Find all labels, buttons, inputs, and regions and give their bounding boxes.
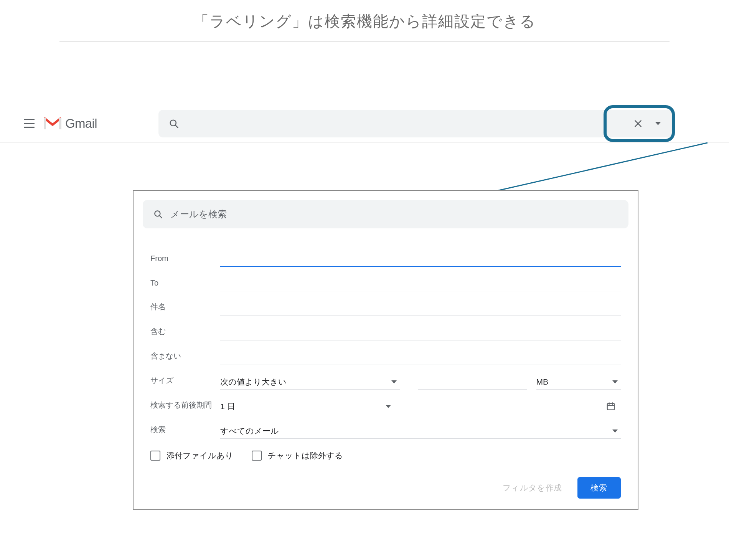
search-in-value: すべてのメール — [220, 426, 279, 436]
checkbox-icon — [252, 451, 262, 461]
caption-divider — [59, 41, 670, 41]
create-filter-button[interactable]: フィルタを作成 — [503, 482, 562, 493]
search-icon[interactable] — [164, 114, 184, 134]
date-range-select[interactable]: 1 日 — [220, 399, 394, 414]
size-comparator-select[interactable]: 次の値より大きい — [220, 374, 400, 390]
includes-label: 含む — [150, 326, 220, 340]
chevron-down-icon — [391, 380, 397, 383]
svg-line-8 — [160, 216, 162, 218]
from-input[interactable] — [220, 251, 621, 267]
to-label: To — [150, 279, 220, 291]
page-caption: 「ラベリング」は検索機能から詳細設定できる — [0, 0, 729, 41]
popup-search-placeholder: メールを検索 — [170, 208, 227, 220]
size-unit-value: MB — [536, 377, 549, 387]
size-comparator-value: 次の値より大きい — [220, 377, 287, 387]
chevron-down-icon — [386, 405, 391, 408]
excludes-label: 含まない — [150, 351, 220, 365]
svg-line-3 — [175, 125, 178, 127]
gmail-logo[interactable]: Gmail — [44, 116, 97, 131]
search-icon[interactable] — [150, 206, 167, 223]
gmail-logo-text: Gmail — [65, 116, 97, 131]
search-input[interactable] — [184, 118, 629, 129]
size-unit-select[interactable]: MB — [536, 374, 621, 390]
svg-rect-9 — [607, 403, 614, 410]
date-range-value: 1 日 — [220, 401, 235, 412]
svg-line-6 — [492, 143, 708, 192]
gmail-logo-icon — [44, 117, 61, 131]
chevron-down-icon — [612, 429, 618, 433]
exclude-chats-checkbox[interactable]: チャットは除外する — [252, 450, 343, 461]
search-in-select[interactable]: すべてのメール — [220, 423, 621, 439]
popup-search-header[interactable]: メールを検索 — [143, 200, 628, 228]
date-range-label: 検索する前後期間 — [150, 400, 220, 414]
excludes-input[interactable] — [220, 350, 621, 365]
size-label: サイズ — [150, 375, 220, 390]
svg-rect-0 — [44, 118, 46, 129]
size-value-input[interactable] — [418, 374, 527, 390]
annotation-connector — [491, 142, 729, 196]
search-in-label: 検索 — [150, 425, 220, 439]
search-button[interactable]: 検索 — [577, 477, 621, 499]
gmail-header: Gmail — [0, 104, 729, 143]
clear-search-icon[interactable] — [629, 114, 647, 133]
advanced-search-popup: メールを検索 From To 件名 含む 含まない サイズ 次の値より大きい — [133, 190, 638, 510]
from-label: From — [150, 254, 220, 267]
search-options-dropdown-icon[interactable] — [649, 114, 667, 133]
subject-input[interactable] — [220, 301, 621, 316]
to-input[interactable] — [220, 276, 621, 291]
checkbox-icon — [150, 451, 160, 461]
svg-rect-1 — [59, 118, 61, 129]
subject-label: 件名 — [150, 302, 220, 316]
has-attachment-checkbox[interactable]: 添付ファイルあり — [150, 450, 233, 461]
exclude-chats-label: チャットは除外する — [268, 450, 343, 461]
includes-input[interactable] — [220, 325, 621, 340]
date-input[interactable] — [412, 399, 621, 414]
calendar-icon[interactable] — [604, 400, 618, 413]
search-bar[interactable] — [158, 110, 673, 137]
has-attachment-label: 添付ファイルあり — [167, 450, 233, 461]
menu-icon[interactable] — [21, 116, 37, 131]
chevron-down-icon — [612, 380, 618, 383]
